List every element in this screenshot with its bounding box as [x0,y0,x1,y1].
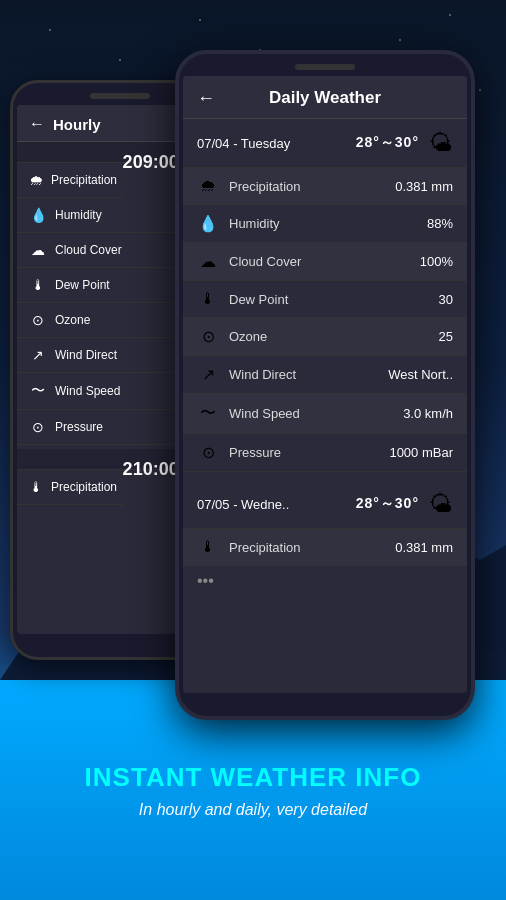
precipitation-icon: 🌧 [29,172,43,188]
dew-point-label: Dew Point [229,292,429,307]
precipitation-label-2: Precipitation [229,540,385,555]
pressure-icon: ⊙ [29,419,47,435]
pressure-row-icon: ⊙ [197,443,219,462]
cloud-cover-row-icon: ☁ [197,252,219,271]
back-screen-title: Hourly [53,116,101,133]
back-arrow-icon[interactable]: ← [29,115,45,133]
weather-row-ozone: ⊙ Ozone 25 [183,318,467,356]
wind-speed-row-icon: 〜 [197,403,219,424]
day1-section: 07/04 - Tuesday 28°～30° 🌤 🌧 Precipitatio… [183,119,467,472]
precipitation-value-2: 0.381 mm [395,540,453,555]
wind-direct-value: West Nort.. [388,367,453,382]
weather-row-cloud-cover: ☁ Cloud Cover 100% [183,243,467,281]
front-phone-header: ← Daily Weather [183,76,467,119]
list-item: 🌡 Precipitation [17,470,123,505]
item-label: Wind Direct [55,348,117,362]
front-screen-title: Daily Weather [269,88,381,108]
day1-label: 07/04 - Tuesday [197,136,346,151]
precipitation-row-icon: 🌧 [197,177,219,195]
wind-direct-row-icon: ↗ [197,365,219,384]
temp-1: 2 [123,152,133,173]
item-label: Ozone [55,313,90,327]
tagline-sub: In hourly and daily, very detailed [139,801,367,819]
day2-temp: 28°～30° [356,495,419,513]
humidity-label: Humidity [229,216,417,231]
wind-speed-value: 3.0 km/h [403,406,453,421]
dew-point-row-icon: 🌡 [197,290,219,308]
front-back-arrow-icon[interactable]: ← [197,88,215,109]
day1-header: 07/04 - Tuesday 28°～30° 🌤 [183,119,467,168]
weather-row-precipitation: 🌧 Precipitation 0.381 mm [183,168,467,205]
more-dots: ••• [183,566,467,596]
humidity-row-icon: 💧 [197,214,219,233]
precipitation-label: Precipitation [229,179,385,194]
weather-row-wind-speed: 〜 Wind Speed 3.0 km/h [183,394,467,434]
weather-row-wind-direct: ↗ Wind Direct West Nort.. [183,356,467,394]
item-label: Humidity [55,208,102,222]
item-label: Pressure [55,420,103,434]
item-label: Cloud Cover [55,243,122,257]
ozone-label: Ozone [229,329,429,344]
tagline-main: INSTANT WEATHER INFO [85,762,422,793]
wind-speed-label: Wind Speed [229,406,393,421]
day2-section: 07/05 - Wedne.. 28°～30° 🌤 🌡 Precipitatio… [183,480,467,596]
phone-speaker-front [295,64,355,70]
wind-direct-label: Wind Direct [229,367,378,382]
day2-header: 07/05 - Wedne.. 28°～30° 🌤 [183,480,467,529]
wind-speed-icon: 〜 [29,382,47,400]
pressure-value: 1000 mBar [389,445,453,460]
day2-label: 07/05 - Wedne.. [197,497,346,512]
phone-front-screen: ← Daily Weather 07/04 - Tuesday 28°～30° … [183,76,467,693]
weather-row-humidity: 💧 Humidity 88% [183,205,467,243]
precipitation-icon-2: 🌡 [29,479,43,495]
cloud-cover-icon: ☁ [29,242,47,258]
ozone-row-icon: ⊙ [197,327,219,346]
humidity-icon: 💧 [29,207,47,223]
phone-speaker-back [90,93,150,99]
ozone-value: 25 [439,329,453,344]
dew-point-icon: 🌡 [29,277,47,293]
day2-weather-icon: 🌤 [429,490,453,518]
item-label: Precipitation [51,173,117,187]
ozone-icon: ⊙ [29,312,47,328]
wind-direct-icon: ↗ [29,347,47,363]
pressure-label: Pressure [229,445,379,460]
cloud-cover-label: Cloud Cover [229,254,410,269]
weather-row-pressure: ⊙ Pressure 1000 mBar [183,434,467,472]
cloud-cover-value: 100% [420,254,453,269]
weather-row-dew-point: 🌡 Dew Point 30 [183,281,467,318]
phone-front: ← Daily Weather 07/04 - Tuesday 28°～30° … [175,50,475,720]
temp-2: 2 [123,459,133,480]
item-label: Precipitation [51,480,117,494]
item-label: Dew Point [55,278,110,292]
precipitation-row-icon-2: 🌡 [197,538,219,556]
day1-temp: 28°～30° [356,134,419,152]
list-item: 🌧 Precipitation [17,163,123,198]
humidity-value: 88% [427,216,453,231]
precipitation-value: 0.381 mm [395,179,453,194]
dew-point-value: 30 [439,292,453,307]
weather-row-precipitation-2: 🌡 Precipitation 0.381 mm [183,529,467,566]
item-label: Wind Speed [55,384,120,398]
day1-weather-icon: 🌤 [429,129,453,157]
